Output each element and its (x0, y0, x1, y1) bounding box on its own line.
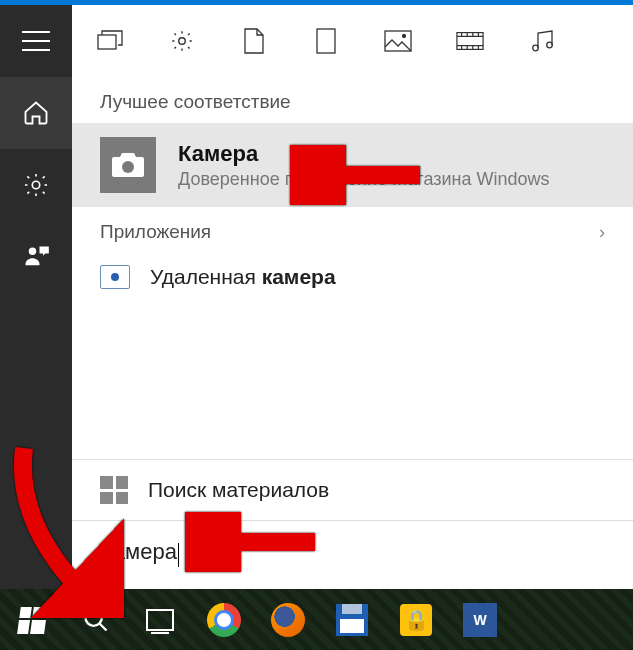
svg-rect-4 (317, 29, 335, 53)
task-view-icon (146, 609, 174, 631)
taskbar-app-save[interactable] (320, 589, 384, 650)
svg-point-11 (86, 609, 102, 625)
web-search-suggestion[interactable]: Поиск материалов (72, 459, 633, 520)
filter-documents-icon[interactable] (240, 27, 268, 55)
word-icon: W (463, 603, 497, 637)
gear-icon (22, 171, 50, 199)
search-icon (82, 606, 110, 634)
search-filter-bar (72, 5, 633, 77)
taskbar-app-chrome[interactable] (192, 589, 256, 650)
key-icon: 🔒 (400, 604, 432, 636)
filter-videos-icon[interactable] (456, 27, 484, 55)
svg-point-6 (403, 35, 406, 38)
apps-section-header[interactable]: Приложения › (72, 207, 633, 253)
webcam-icon (100, 265, 130, 289)
best-match-title: Камера (178, 141, 550, 167)
svg-rect-7 (457, 33, 483, 50)
taskbar: 🔒 W (0, 589, 633, 650)
firefox-icon (271, 603, 305, 637)
search-results-panel: Лучшее соответствие Камера Доверенное пр… (72, 77, 633, 589)
filter-settings-icon[interactable] (168, 27, 196, 55)
sidebar-settings-button[interactable] (0, 149, 72, 221)
camera-app-tile-icon (100, 137, 156, 193)
hamburger-icon (22, 31, 50, 51)
best-match-header: Лучшее соответствие (72, 77, 633, 123)
taskbar-app-firefox[interactable] (256, 589, 320, 650)
filter-music-icon[interactable] (528, 27, 556, 55)
sidebar-feedback-button[interactable] (0, 221, 72, 293)
taskbar-app-word[interactable]: W (448, 589, 512, 650)
app-result-remote-camera[interactable]: Удаленная камера (72, 253, 633, 301)
windows-logo-icon (17, 607, 47, 633)
best-match-subtitle: Доверенное приложение Магазина Windows (178, 169, 550, 190)
svg-point-3 (179, 38, 186, 45)
svg-rect-2 (98, 35, 116, 49)
filter-apps-icon[interactable] (96, 27, 124, 55)
app-result-label: Удаленная камера (150, 265, 336, 289)
text-cursor (178, 543, 180, 567)
apps-section-label: Приложения (100, 221, 211, 243)
feedback-icon (22, 243, 50, 271)
home-icon (22, 99, 50, 127)
hamburger-menu-button[interactable] (0, 5, 72, 77)
taskbar-search-button[interactable] (64, 589, 128, 650)
start-button[interactable] (0, 589, 64, 650)
filter-folders-icon[interactable] (312, 27, 340, 55)
start-panel-sidebar (0, 5, 72, 589)
floppy-disk-icon (336, 604, 368, 636)
chevron-right-icon: › (599, 222, 605, 243)
taskbar-app-keepass[interactable]: 🔒 (384, 589, 448, 650)
svg-point-10 (122, 161, 134, 173)
windows-squares-icon (100, 476, 128, 504)
filter-photos-icon[interactable] (384, 27, 412, 55)
search-input-text: Камера (100, 539, 177, 564)
svg-point-0 (32, 181, 39, 188)
sidebar-home-button[interactable] (0, 77, 72, 149)
task-view-button[interactable] (128, 589, 192, 650)
best-match-result[interactable]: Камера Доверенное приложение Магазина Wi… (72, 123, 633, 207)
svg-point-1 (29, 247, 36, 254)
chrome-icon (207, 603, 241, 637)
web-search-label: Поиск материалов (148, 478, 329, 502)
search-input-row[interactable]: Камера (72, 520, 633, 589)
best-match-label: Лучшее соответствие (100, 91, 291, 113)
